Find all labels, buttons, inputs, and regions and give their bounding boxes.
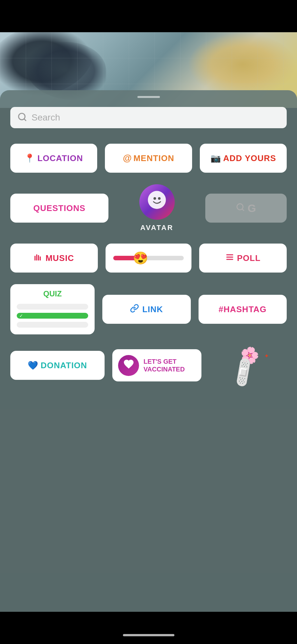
quiz-option-2-selected: ✓: [17, 313, 88, 319]
slider-track: 😍: [113, 256, 184, 260]
emoji-slider-sticker[interactable]: 😍: [106, 244, 192, 273]
checkmark-icon: ✓: [19, 313, 23, 318]
addyours-label: ADD YOURS: [223, 153, 276, 163]
vaccinated-sticker[interactable]: LET'S GET VACCINATED: [112, 349, 201, 381]
addyours-sticker[interactable]: 📷 ADD YOURS: [200, 144, 287, 173]
quiz-title: QUIZ: [17, 289, 88, 298]
svg-rect-7: [35, 255, 36, 260]
music-bars-icon: [34, 253, 42, 264]
location-sticker[interactable]: 📍 LOCATION: [10, 144, 97, 173]
gif-search-icon: [236, 203, 245, 214]
vaccinated-text: LET'S GET VACCINATED: [144, 358, 185, 373]
avatar-label: AVATAR: [140, 224, 173, 232]
top-bar: [0, 0, 297, 32]
link-chain-icon: [130, 304, 139, 315]
avatar-circle: [139, 184, 175, 220]
mention-sticker[interactable]: @ MENTION: [105, 144, 192, 173]
sticker-row-2: QUESTIONS AVATAR: [10, 184, 287, 232]
svg-rect-8: [36, 254, 37, 261]
vaccinated-heart-icon: [123, 358, 135, 372]
sticker-row-4: QUIZ ✓ LINK #HASHTAG: [10, 284, 287, 334]
bottom-bar: [0, 615, 297, 644]
svg-point-3: [153, 197, 156, 200]
svg-rect-12: [226, 256, 233, 257]
questions-sticker[interactable]: QUESTIONS: [10, 194, 108, 223]
music-sticker[interactable]: MUSIC: [10, 244, 98, 273]
gif-content: G: [236, 202, 256, 215]
svg-line-1: [24, 119, 26, 120]
poll-list-icon: [226, 253, 234, 264]
svg-rect-10: [40, 256, 41, 260]
camera-icon: 📷: [210, 153, 221, 163]
svg-point-2: [148, 191, 166, 209]
music-label: MUSIC: [45, 253, 74, 263]
svg-rect-11: [226, 254, 233, 255]
quiz-sticker[interactable]: QUIZ ✓: [10, 284, 95, 334]
svg-rect-13: [226, 259, 233, 260]
sticker-grid: 📍 LOCATION @ MENTION 📷 ADD YOURS QUESTIO…: [0, 128, 297, 385]
donation-heart-icon: 💙: [28, 360, 38, 370]
gif-label: G: [247, 202, 256, 215]
sticker-row-5: 💙 DONATION LET'S GET VACCINATED: [10, 346, 287, 385]
search-container[interactable]: Search: [10, 107, 287, 128]
mention-label: MENTION: [134, 153, 174, 163]
questions-label: QUESTIONS: [33, 203, 85, 213]
avatar-sticker[interactable]: AVATAR: [116, 184, 198, 232]
link-label: LINK: [142, 304, 163, 314]
hashtag-label: #HASHTAG: [218, 304, 266, 314]
home-indicator: [123, 634, 174, 636]
avatar-face-icon: [146, 189, 167, 215]
location-pin-icon: 📍: [24, 153, 35, 163]
svg-rect-9: [38, 255, 39, 260]
slider-emoji: 😍: [133, 251, 148, 265]
gif-sticker[interactable]: G: [205, 194, 287, 223]
sticker-row-3: MUSIC 😍 POLL: [10, 244, 287, 273]
svg-line-6: [242, 209, 244, 210]
hashtag-sticker[interactable]: #HASHTAG: [199, 295, 287, 324]
poll-label: POLL: [237, 253, 261, 263]
vaccinated-heart-circle: [118, 355, 139, 376]
handle-bar: [137, 96, 160, 98]
sticker-picker-panel: Search 📍 LOCATION @ MENTION 📷 ADD YOURS …: [0, 90, 297, 612]
quiz-option-3: [17, 322, 88, 328]
search-placeholder: Search: [32, 112, 60, 123]
sticker-row-1: 📍 LOCATION @ MENTION 📷 ADD YOURS: [10, 144, 287, 173]
search-icon: [17, 112, 27, 123]
at-icon: @: [123, 153, 131, 163]
poll-sticker[interactable]: POLL: [199, 244, 287, 273]
donation-label: DONATION: [41, 360, 87, 370]
donation-sticker[interactable]: 💙 DONATION: [10, 351, 105, 380]
syringe-sticker[interactable]: 🌸 🩹 ✦: [209, 346, 287, 385]
vaccinated-title-line1: LET'S GET: [144, 358, 185, 365]
vaccinated-title-line2: VACCINATED: [144, 365, 185, 373]
splatter-icon: ✦: [264, 352, 269, 360]
location-label: LOCATION: [37, 153, 83, 163]
search-bar[interactable]: Search: [10, 107, 287, 128]
quiz-option-1: [17, 304, 88, 310]
svg-point-4: [158, 197, 161, 200]
link-sticker[interactable]: LINK: [102, 295, 190, 324]
